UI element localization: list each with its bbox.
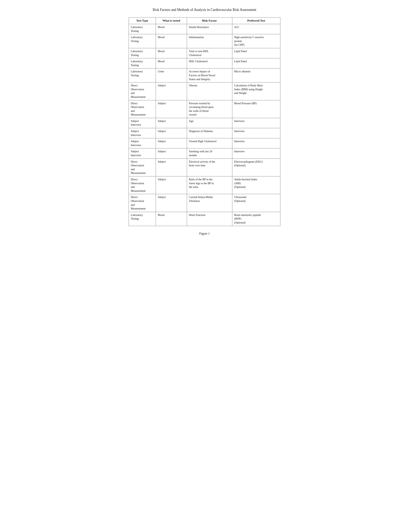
table-cell-13-0: DirectObservationandMeasurement: [129, 194, 156, 212]
table-cell-1-0: LaboratoryTesting: [129, 34, 156, 48]
column-header-0: Test Type: [129, 18, 156, 24]
table-cell-2-3: Lipid Panel: [232, 48, 280, 58]
table-cell-10-1: Subject: [156, 148, 187, 158]
table-cell-5-3: Calculation of Body MassIndex (BMI) usin…: [232, 83, 280, 100]
table-row: SubjectInterviewSubjectDiagnosis of Diab…: [129, 128, 280, 138]
table-cell-13-3: Ultrasound(Optional): [232, 194, 280, 212]
table-header-row: Test TypeWhat is testedRisk FactorPrefer…: [129, 18, 280, 24]
table-cell-10-2: Smoking with last 24months: [187, 148, 232, 158]
table-cell-11-3: Electrocardiogram (EKG)(Optional): [232, 158, 280, 176]
table-cell-5-0: DirectObservationandMeasurement: [129, 83, 156, 100]
table-cell-8-1: Subject: [156, 128, 187, 138]
table-cell-0-3: A1C: [232, 24, 280, 34]
table-cell-12-2: Ratio of the BP in thelower legs to the …: [187, 176, 232, 194]
table-cell-13-1: Subject: [156, 194, 187, 212]
table-row: DirectObservationandMeasurementSubjectRa…: [129, 176, 280, 194]
table-cell-12-3: Ankle-brachial Index(ABI)(Optional): [232, 176, 280, 194]
table-cell-6-0: DirectObservationandMeasurement: [129, 100, 156, 118]
table-row: SubjectInterviewSubjectSmoking with last…: [129, 148, 280, 158]
risk-factors-table: Test TypeWhat is testedRisk FactorPrefer…: [129, 17, 280, 226]
table-cell-5-1: Subject: [156, 83, 187, 100]
table-cell-11-1: Subject: [156, 158, 187, 176]
table-cell-7-2: Age: [187, 118, 232, 128]
table-cell-8-3: Interview: [232, 128, 280, 138]
table-cell-9-2: Treated High Cholesterol: [187, 138, 232, 148]
table-cell-14-3: Brain natriuretic peptide(BNP)(Optional): [232, 212, 280, 226]
table-cell-4-1: Urine: [156, 68, 187, 83]
table-cell-2-0: LaboratoryTesting: [129, 48, 156, 58]
table-cell-1-2: Inflammation: [187, 34, 232, 48]
table-cell-4-2: Accesses Impact ofFactors on Blood Vesse…: [187, 68, 232, 83]
table-row: LaboratoryTestingBloodTotal or non-HDLCh…: [129, 48, 280, 58]
column-header-3: Preferred Test: [232, 18, 280, 24]
table-row: DirectObservationandMeasurementSubjectOb…: [129, 83, 280, 100]
table-cell-2-2: Total or non-HDLCholesterol: [187, 48, 232, 58]
table-row: LaboratoryTestingBloodInflammationHigh-s…: [129, 34, 280, 48]
column-header-1: What is tested: [156, 18, 187, 24]
table-cell-14-0: LaboratoryTesting: [129, 212, 156, 226]
table-cell-11-0: DirectObservationandMeasurement: [129, 158, 156, 176]
table-cell-10-3: Interview: [232, 148, 280, 158]
table-cell-11-2: Electrical activity of theheart over tim…: [187, 158, 232, 176]
table-cell-7-0: SubjectInterview: [129, 118, 156, 128]
table-cell-8-0: SubjectInterview: [129, 128, 156, 138]
table-cell-3-0: LaboratoryTesting: [129, 58, 156, 68]
table-row: SubjectInterviewSubjectTreated High Chol…: [129, 138, 280, 148]
table-cell-12-1: Subject: [156, 176, 187, 194]
table-cell-5-2: Obesity: [187, 83, 232, 100]
table-row: DirectObservationandMeasurementSubjectPr…: [129, 100, 280, 118]
table-cell-6-3: Blood Pressure (BP): [232, 100, 280, 118]
table-cell-7-1: Subject: [156, 118, 187, 128]
table-cell-0-0: LaboratoryTesting: [129, 24, 156, 34]
table-row: LaboratoryTestingBloodInsulin Resistance…: [129, 24, 280, 34]
figure-label: Figure 1: [129, 232, 280, 235]
table-cell-1-1: Blood: [156, 34, 187, 48]
table-cell-0-2: Insulin Resistance: [187, 24, 232, 34]
table-cell-14-2: Heart Function: [187, 212, 232, 226]
table-cell-9-0: SubjectInterview: [129, 138, 156, 148]
table-row: DirectObservationandMeasurementSubjectEl…: [129, 158, 280, 176]
table-row: DirectObservationandMeasurementSubjectCa…: [129, 194, 280, 212]
table-cell-3-3: Lipid Panel: [232, 58, 280, 68]
table-cell-1-3: High-sensitivity C-reactiveprotein(hs-CR…: [232, 34, 280, 48]
table-cell-14-1: Blood: [156, 212, 187, 226]
table-cell-4-0: LaboratoryTesting: [129, 68, 156, 83]
table-cell-4-3: Micro albumin: [232, 68, 280, 83]
table-cell-8-2: Diagnosis of Diabetes: [187, 128, 232, 138]
table-cell-12-0: DirectObservationandMeasurement: [129, 176, 156, 194]
page-title: Risk Factors and Methods of Analysis in …: [129, 8, 280, 12]
table-row: LaboratoryTestingUrineAccesses Impact of…: [129, 68, 280, 83]
table-cell-0-1: Blood: [156, 24, 187, 34]
table-cell-6-1: Subject: [156, 100, 187, 118]
table-cell-9-3: Interview: [232, 138, 280, 148]
table-cell-10-0: SubjectInterview: [129, 148, 156, 158]
table-cell-3-2: HDL Cholesterol: [187, 58, 232, 68]
table-row: LaboratoryTestingBloodHDL CholesterolLip…: [129, 58, 280, 68]
table-cell-13-2: Carotid Intima-MediaThickness: [187, 194, 232, 212]
table-row: SubjectInterviewSubjectAgeInterview: [129, 118, 280, 128]
table-cell-9-1: Subject: [156, 138, 187, 148]
table-cell-2-1: Blood: [156, 48, 187, 58]
table-cell-6-2: Pressure exerted bycirculating blood upo…: [187, 100, 232, 118]
table-row: LaboratoryTestingBloodHeart FunctionBrai…: [129, 212, 280, 226]
table-cell-3-1: Blood: [156, 58, 187, 68]
table-cell-7-3: Interview: [232, 118, 280, 128]
column-header-2: Risk Factor: [187, 18, 232, 24]
